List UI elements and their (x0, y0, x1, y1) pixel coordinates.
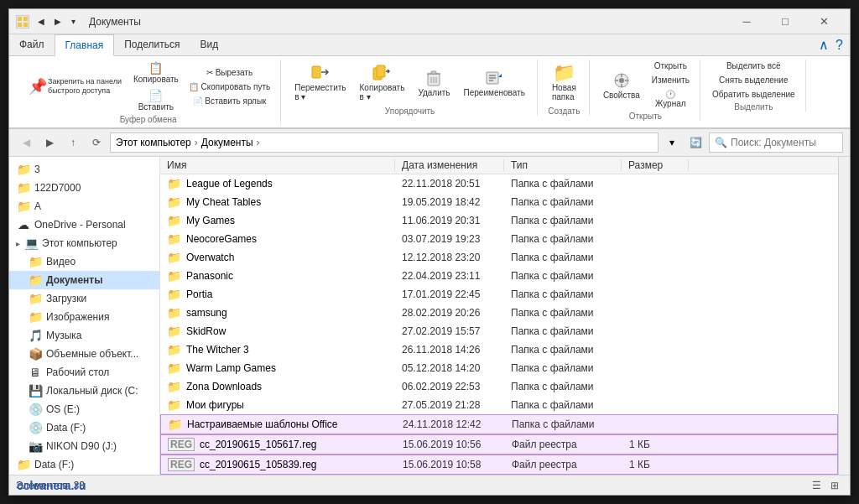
delete-button[interactable]: Удалить (413, 65, 455, 101)
minimize-button[interactable]: ─ (727, 9, 766, 34)
table-row[interactable]: REG cc_20190615_105839.reg 15.06.2019 10… (160, 455, 838, 475)
table-row[interactable]: 📁 Warm Lamp Games 05.12.2018 14:20 Папка… (160, 359, 838, 377)
search-input[interactable] (731, 137, 837, 148)
path-dropdown-btn[interactable]: ▾ (662, 132, 682, 153)
sidebar-item-data-f2-label: Data (F:) (34, 459, 74, 470)
maximize-button[interactable]: □ (766, 9, 804, 34)
table-row[interactable]: 📁 samsung 28.02.2019 20:26 Папка с файла… (160, 304, 838, 322)
move-button[interactable]: Переместитьв ▾ (289, 60, 351, 105)
sidebar-item-data-f[interactable]: 💿 Data (F:) (9, 418, 159, 437)
table-row[interactable]: 📁 Настраиваемые шаблоны Office 24.11.201… (160, 414, 838, 434)
down-quick-btn[interactable]: ▾ (68, 15, 79, 28)
sidebar-item-video[interactable]: 📁 Видео (9, 252, 159, 271)
search-box[interactable]: 🔍 (709, 132, 843, 153)
history-button[interactable]: 🕐 Журнал (648, 88, 693, 110)
paste-button[interactable]: 📄 Вставить (130, 87, 182, 113)
table-row[interactable]: 📁 The Witcher 3 26.11.2018 14:26 Папка с… (160, 340, 838, 359)
forward-quick-btn[interactable]: ▶ (51, 15, 65, 28)
paste-shortcut-button[interactable]: 📄 Вставить ярлык (185, 95, 274, 107)
table-row[interactable]: 📁 Panasonic 22.04.2019 23:11 Папка с фай… (160, 267, 838, 285)
table-row[interactable]: 📁 Zona Downloads 06.02.2019 22:53 Папка … (160, 377, 838, 396)
folder-icon: 📁 (167, 325, 181, 338)
folder-icon: 📁 (167, 361, 181, 375)
table-row[interactable]: 📁 My Games 11.06.2019 20:31 Папка с файл… (160, 211, 838, 230)
file-name: Zona Downloads (186, 381, 262, 392)
col-header-date[interactable]: Дата изменения (395, 159, 504, 171)
copy-icon: 📋 (148, 61, 163, 75)
table-row[interactable]: REG cc_20190615_105617.reg 15.06.2019 10… (160, 434, 838, 455)
sidebar-item-nikon[interactable]: 📷 NIKON D90 (J:) (9, 437, 159, 455)
invert-button[interactable]: Обратить выделение (709, 88, 799, 101)
sidebar-item-3[interactable]: 📁 3 (9, 160, 159, 179)
select-all-label: Выделить всё (726, 61, 781, 70)
back-quick-btn[interactable]: ◀ (34, 15, 48, 28)
table-row[interactable]: 📁 NeocoreGames 03.07.2019 19:23 Папка с … (160, 230, 838, 248)
table-row[interactable]: 📁 League of Legends 22.11.2018 20:51 Пап… (160, 174, 838, 193)
file-type: Папка с файлами (504, 288, 622, 301)
vertical-scrollbar[interactable] (838, 157, 850, 475)
address-path[interactable]: Этот компьютер › Документы › (110, 132, 659, 153)
sidebar-item-images[interactable]: 📁 Изображения (9, 308, 159, 326)
sidebar-item-video-label: Видео (46, 256, 75, 268)
file-name: cc_20190615_105839.reg (200, 459, 316, 470)
sidebar-item-a[interactable]: 📁 A (9, 197, 159, 216)
new-folder-label: Новаяпапка (552, 83, 576, 101)
sidebar-item-downloads[interactable]: 📁 Загрузки (9, 289, 159, 308)
file-name: The Witcher 3 (186, 344, 249, 356)
details-view-btn[interactable]: ☰ (808, 477, 825, 494)
ribbon-group-clipboard: 📌 Закрепить на панелибыстрого доступа 📋 … (16, 60, 281, 124)
file-name: My Cheat Tables (186, 196, 261, 208)
music-icon: 🎵 (28, 329, 43, 342)
sidebar-item-data-f2[interactable]: 📁 Data (F:) (9, 455, 159, 474)
col-header-size[interactable]: Размер (622, 159, 689, 171)
table-row[interactable]: 📁 SkidRow 27.02.2019 15:57 Папка с файла… (160, 322, 838, 340)
file-name: My Games (186, 215, 235, 226)
sidebar-item-local-c[interactable]: 💾 Локальный диск (C: (9, 382, 159, 400)
pin-button[interactable]: 📌 Закрепить на панелибыстрого доступа (23, 73, 127, 100)
edit-button[interactable]: Изменить (648, 74, 693, 86)
tab-share[interactable]: Поделиться (114, 34, 190, 55)
large-icons-view-btn[interactable]: ⊞ (826, 477, 843, 494)
tab-home[interactable]: Главная (55, 34, 115, 56)
sidebar-item-desktop[interactable]: 🖥 Рабочий стол (9, 363, 159, 382)
back-button[interactable]: ◀ (16, 132, 36, 153)
tab-file[interactable]: Файл (9, 34, 55, 55)
copy-button[interactable]: 📋 Копировать (130, 60, 182, 86)
tab-view[interactable]: Вид (190, 34, 228, 55)
ribbon-tabs: Файл Главная Поделиться Вид ∧ ? (9, 34, 850, 56)
properties-button[interactable]: Свойства (598, 67, 645, 103)
file-size (622, 367, 689, 369)
select-all-button[interactable]: Выделить всё (723, 60, 784, 72)
ribbon-collapse-btn[interactable]: ∧ (819, 37, 829, 53)
close-button[interactable]: ✕ (804, 9, 843, 34)
cut-button[interactable]: ✂ Вырезать (185, 66, 274, 79)
col-header-type[interactable]: Тип (504, 159, 622, 171)
table-row[interactable]: 📁 My Cheat Tables 19.05.2019 18:42 Папка… (160, 193, 838, 211)
table-row[interactable]: 📁 Portia 17.01.2019 22:45 Папка с файлам… (160, 285, 838, 304)
file-date: 11.06.2019 20:31 (395, 214, 504, 227)
sidebar-item-122d7000[interactable]: 📁 122D7000 (9, 179, 159, 197)
sidebar-item-documents[interactable]: 📁 Документы (9, 271, 159, 289)
table-row[interactable]: 📁 Мои фигуры 27.05.2019 21:28 Папка с фа… (160, 396, 838, 414)
rename-button[interactable]: Переименовать (459, 65, 530, 101)
file-size (622, 238, 689, 240)
sidebar-item-os-e[interactable]: 💿 OS (E:) (9, 400, 159, 418)
help-btn[interactable]: ? (836, 38, 843, 53)
forward-button[interactable]: ▶ (39, 132, 60, 153)
folder-icon: 📁 (167, 306, 181, 320)
table-row[interactable]: 📁 Overwatch 12.12.2018 23:20 Папка с фай… (160, 248, 838, 267)
sidebar-item-this-pc[interactable]: ▸ 💻 Этот компьютер (9, 234, 159, 252)
refresh-button[interactable]: ⟳ (86, 132, 107, 153)
path-refresh-btn[interactable]: 🔄 (685, 132, 705, 153)
deselect-button[interactable]: Снять выделение (716, 74, 791, 86)
sidebar-item-music[interactable]: 🎵 Музыка (9, 326, 159, 345)
file-name: Overwatch (186, 252, 234, 263)
up-button[interactable]: ↑ (63, 132, 83, 153)
copy2-button[interactable]: Копироватьв ▾ (355, 60, 410, 105)
sidebar-item-objects[interactable]: 📦 Объемные объект... (9, 345, 159, 363)
col-header-name[interactable]: Имя (160, 159, 395, 171)
sidebar-item-onedrive[interactable]: ☁ OneDrive - Personal (9, 216, 159, 234)
open-button[interactable]: Открыть (648, 60, 693, 72)
new-folder-button[interactable]: 📁 Новаяпапка (547, 60, 581, 105)
copy-path-button[interactable]: 📋 Скопировать путь (185, 81, 274, 93)
